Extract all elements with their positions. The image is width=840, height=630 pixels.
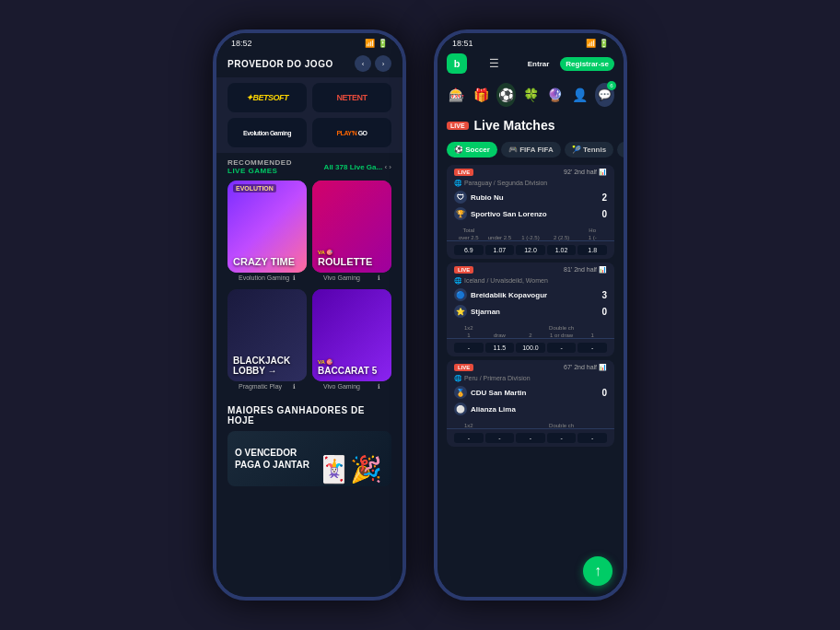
odd-3-5[interactable]: - — [578, 433, 607, 443]
team-icon-rubio: 🛡 — [454, 191, 467, 204]
bonus-icon[interactable]: 🎁 — [472, 83, 491, 107]
team-name-cdu: 🏅 CDU San Martin — [454, 386, 526, 399]
providers-grid: ✦BETSOFT NETENT Evolution Gaming PLAY'N … — [216, 77, 402, 153]
match-card-paraguay[interactable]: LIVE 92' 2nd half 📊 🌐 Paraguay / Segunda… — [447, 165, 614, 259]
team-icon-cdu: 🏅 — [454, 386, 467, 399]
odds-row-3: - - - - - — [447, 428, 614, 447]
match-time-2: 81' 2nd half 📊 — [564, 266, 607, 274]
game-title-roulette: VA 🎯 ROULETTE — [318, 250, 372, 267]
odd-3-1[interactable]: - — [454, 433, 484, 443]
status-bar-left: 18:52 📶 🔋 — [216, 33, 402, 50]
odd-1-1[interactable]: 6.9 — [454, 245, 484, 255]
match-league-1: 🌐 Paraguay / Segunda Division — [447, 180, 614, 189]
game-title-baccarat: VA 🎯 BACCARAT 5 — [318, 359, 377, 376]
match-teams-1: 🛡 Rubio Nu 2 🏆 Sportivo San Lorenzo 0 — [447, 189, 614, 226]
team-name-sportivo: 🏆 Sportivo San Lorenzo — [454, 207, 547, 220]
betsoft-logo: ✦BETSOFT — [246, 93, 288, 102]
tab-soccer[interactable]: ⚽ Soccer — [447, 142, 497, 158]
game-card-roulette[interactable]: VA 🎯 ROULETTE — [312, 181, 391, 273]
wifi-icon-right: 📶 — [586, 39, 596, 48]
odds-sub-1: over 2.5 under 2.5 1 (-2.5) 2 (2.5) 1 (- — [447, 233, 614, 240]
chat-icon[interactable]: 💬 6 — [595, 83, 614, 107]
winner-card[interactable]: O VENCEDOR PAGA O JANTAR 🃏🎉 — [228, 431, 391, 486]
sports-tabs: ⚽ Soccer 🎮 FIFA FIFA 🎾 Tennis 🏏 eCricket — [438, 138, 624, 161]
odd-1-4[interactable]: 1.02 — [547, 245, 577, 255]
odd-3-4[interactable]: - — [547, 433, 577, 443]
game-provider-blackjack: Pragmatic Play ℹ — [228, 381, 307, 392]
match-card-iceland[interactable]: LIVE 81' 2nd half 📊 🌐 Iceland / Urvalsde… — [447, 262, 614, 356]
odds-header-3: 1x2 Double ch — [447, 421, 614, 428]
live-indicator-3: LIVE — [454, 364, 473, 371]
odds-row-1: 6.9 1.07 12.0 1.02 1.8 — [447, 240, 614, 259]
odd-2-1[interactable]: - — [454, 343, 484, 353]
live-matches-header: LIVE Live Matches — [438, 112, 624, 138]
match-header-1: LIVE 92' 2nd half 📊 — [447, 165, 614, 180]
provider-playn[interactable]: PLAY'N GO — [312, 118, 391, 147]
tab-ecricket[interactable]: 🏏 eCricket — [617, 142, 624, 158]
live-icon[interactable]: 🔮 — [545, 83, 565, 107]
odd-3-3[interactable]: - — [516, 433, 545, 443]
team-row-breidablik: 🔵 Breidablik Kopavogur 3 — [454, 286, 607, 303]
live-matches-title: Live Matches — [474, 118, 555, 133]
entrar-button[interactable]: Entrar — [522, 57, 555, 71]
lucky-icon[interactable]: 🍀 — [521, 83, 541, 107]
odd-2-3[interactable]: 100.0 — [516, 343, 545, 353]
right-phone: 18:51 📶 🔋 b ☰ Entrar Registrar-se 🎰 🎁 ⚽ … — [434, 29, 627, 601]
odd-2-4[interactable]: - — [547, 343, 577, 353]
netent-logo: NETENT — [337, 93, 368, 102]
odd-3-2[interactable]: - — [485, 433, 515, 443]
odds-sub-2: 1 draw 2 1 or draw 1 — [447, 331, 614, 338]
match-time-3: 67' 2nd half 📊 — [564, 364, 607, 371]
odd-1-5[interactable]: 1.8 — [578, 245, 607, 255]
odds-header-2: 1x2 Double ch — [447, 323, 614, 331]
team-score-sportivo: 0 — [601, 209, 607, 219]
match-teams-2: 🔵 Breidablik Kopavogur 3 ⭐ Stjarnan 0 — [447, 286, 614, 323]
live-indicator-1: LIVE — [454, 169, 473, 176]
match-league-3: 🌐 Peru / Primera Division — [447, 375, 614, 384]
casino-icon[interactable]: 🎰 — [447, 83, 466, 107]
provider-evolution[interactable]: Evolution Gaming — [228, 118, 307, 147]
winners-section: MAIORES GANHADORES DE HOJE O VENCEDOR PA… — [216, 398, 402, 494]
brand-logo[interactable]: b — [447, 53, 467, 74]
game-title-blackjack: BLACKJACKLOBBY → — [233, 356, 290, 376]
provider-title: PROVEDOR DO JOGO — [228, 59, 333, 69]
section-label: RECOMMENDED LIVE GAMES — [228, 158, 292, 175]
live-indicator-2: LIVE — [454, 266, 473, 274]
wifi-icon: 📶 — [365, 39, 375, 48]
game-card-crazy-time[interactable]: EVOLUTION CRAZY TIME — [228, 181, 307, 273]
odd-1-3[interactable]: 12.0 — [516, 245, 545, 255]
provider-netent[interactable]: NETENT — [312, 83, 391, 112]
game-card-baccarat[interactable]: VA 🎯 BACCARAT 5 — [312, 289, 391, 381]
nav-forward[interactable]: › — [375, 55, 391, 72]
nav-back[interactable]: ‹ — [355, 55, 371, 72]
game-card-blackjack[interactable]: BLACKJACKLOBBY → — [228, 289, 307, 381]
hamburger-icon[interactable]: ☰ — [489, 57, 499, 70]
match-league-2: 🌐 Iceland / Urvalsdeild, Women — [447, 277, 614, 286]
team-score-stjarnan: 0 — [601, 307, 607, 317]
avatar-icon[interactable]: 👤 — [570, 83, 589, 107]
battery-icon: 🔋 — [378, 39, 388, 48]
match-card-peru[interactable]: LIVE 67' 2nd half 📊 🌐 Peru / Primera Div… — [447, 360, 614, 447]
tab-tennis[interactable]: 🎾 Tennis — [565, 142, 613, 158]
provider-betsoft[interactable]: ✦BETSOFT — [228, 83, 307, 112]
registrar-button[interactable]: Registrar-se — [560, 57, 614, 71]
games-grid: EVOLUTION CRAZY TIME Evolution Gaming ℹ … — [216, 181, 402, 398]
team-name-alianza: ⚪ Alianza Lima — [454, 402, 516, 415]
playn-logo: PLAY'N GO — [336, 130, 367, 136]
left-phone: 18:52 📶 🔋 PROVEDOR DO JOGO ‹ › ✦BETSOFT … — [213, 29, 406, 601]
game-title-crazy: CRAZY TIME — [233, 256, 295, 267]
game-provider-roulette: Vivo Gaming ℹ — [312, 273, 391, 284]
tab-fifa[interactable]: 🎮 FIFA FIFA — [501, 142, 561, 158]
odd-2-5[interactable]: - — [578, 343, 607, 353]
team-icon-alianza: ⚪ — [454, 402, 467, 415]
odd-1-2[interactable]: 1.07 — [485, 245, 515, 255]
scroll-up-fab[interactable]: ↑ — [583, 556, 612, 586]
team-icon-stjarnan: ⭐ — [454, 305, 467, 318]
team-icon-sportivo: 🏆 — [454, 207, 467, 220]
matches-scroll[interactable]: LIVE 92' 2nd half 📊 🌐 Paraguay / Segunda… — [438, 161, 624, 597]
odd-2-2[interactable]: 11.5 — [485, 343, 515, 353]
team-name-stjarnan: ⭐ Stjarnan — [454, 305, 500, 318]
sports-icon[interactable]: ⚽ — [496, 83, 516, 107]
provider-header: PROVEDOR DO JOGO ‹ › — [216, 50, 402, 77]
evolution-logo: Evolution Gaming — [243, 130, 291, 136]
